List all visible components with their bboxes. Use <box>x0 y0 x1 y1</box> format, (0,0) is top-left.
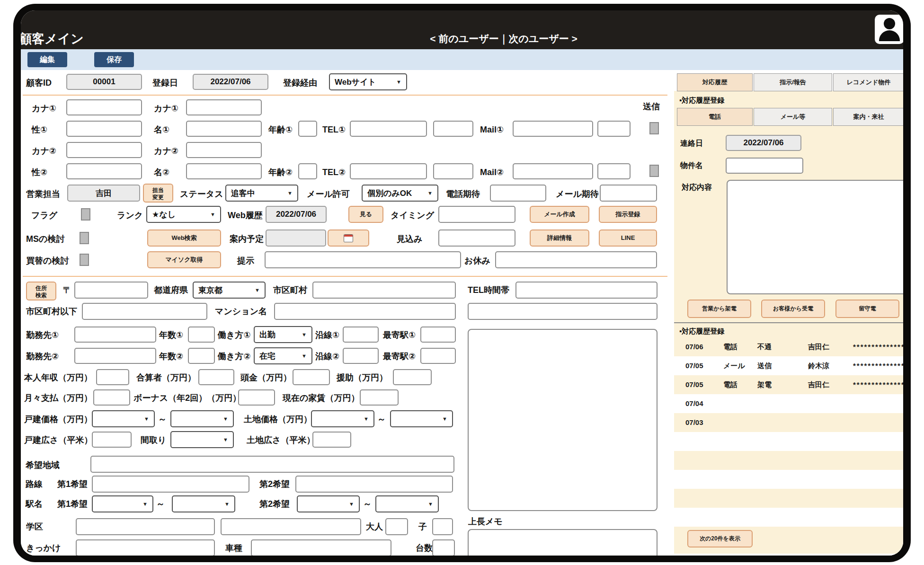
calendar-button[interactable] <box>328 230 369 247</box>
subtab-phone[interactable]: 電話 <box>677 108 753 126</box>
call-from-customer-button[interactable]: お客様から受電 <box>761 300 825 318</box>
station1-input[interactable] <box>420 327 456 343</box>
rest-input[interactable] <box>495 251 657 268</box>
deposit-input[interactable] <box>293 369 330 385</box>
mail2-input-b[interactable] <box>597 163 631 179</box>
floorplan-select[interactable]: ▼ <box>170 431 234 448</box>
prev-next-user-nav[interactable]: < 前のユーザー｜次のユーザー > <box>420 32 587 45</box>
tel1-input-b[interactable] <box>433 121 473 137</box>
voicemail-button[interactable]: 留守電 <box>835 300 899 318</box>
change-rep-button[interactable]: 担当変更 <box>143 184 173 203</box>
timing-input[interactable] <box>438 206 515 223</box>
station2-input[interactable] <box>420 348 456 364</box>
mail2-input-a[interactable] <box>513 163 593 179</box>
save-button[interactable]: 保存 <box>94 52 134 67</box>
kana2b-input[interactable] <box>186 142 262 158</box>
route-first-input[interactable] <box>92 476 249 493</box>
property-name-input[interactable] <box>726 158 803 174</box>
mail-permit-select[interactable]: 個別のみOK ▼ <box>362 185 438 202</box>
tel2-input-b[interactable] <box>433 163 473 179</box>
mail2-send-checkbox[interactable] <box>649 165 659 177</box>
mail1-input-b[interactable] <box>597 121 631 137</box>
history-row[interactable]: 07/06 電話 不通 吉田仁 ******************* <box>674 337 903 356</box>
station-first-max-select[interactable]: ▼ <box>172 495 235 512</box>
mail-expect-input[interactable] <box>600 185 657 202</box>
land-price-min-select[interactable]: ▼ <box>311 410 374 427</box>
area-input[interactable] <box>90 456 454 473</box>
units-input[interactable] <box>432 539 455 556</box>
history-row[interactable]: 07/03 <box>674 413 903 432</box>
mail1-send-checkbox[interactable] <box>649 122 659 134</box>
prospect-input[interactable] <box>438 230 515 247</box>
years1-input[interactable] <box>188 327 215 343</box>
kana1b-input[interactable] <box>186 99 262 115</box>
user-icon-button[interactable] <box>875 15 903 44</box>
tab-instruction-report[interactable]: 指示/報告 <box>754 73 832 91</box>
subtab-visit[interactable]: 案内・来社 <box>833 108 903 126</box>
kana2-input[interactable] <box>66 142 142 158</box>
reg-via-select[interactable]: Webサイト ▼ <box>329 73 407 90</box>
response-content-textarea[interactable] <box>727 180 903 294</box>
age2-input[interactable] <box>298 163 317 179</box>
rank-select[interactable]: ★なし ▼ <box>146 206 221 223</box>
work2-input[interactable] <box>74 348 156 364</box>
years2-input[interactable] <box>188 348 215 364</box>
tel1-input-a[interactable] <box>350 121 427 137</box>
city-input[interactable] <box>312 282 456 299</box>
history-row[interactable]: 07/05 メール 送信 鈴木涼 ******************* <box>674 356 903 375</box>
tel-time-input[interactable] <box>515 282 657 299</box>
style2-select[interactable]: 在宅 ▼ <box>254 347 312 364</box>
trigger-input[interactable] <box>76 539 215 556</box>
flag-checkbox[interactable] <box>81 208 90 221</box>
ms-consider-checkbox[interactable] <box>80 232 89 244</box>
customer-memo-textarea[interactable] <box>468 329 657 511</box>
station-second-max-select[interactable]: ▼ <box>375 495 439 512</box>
tel-time-note-input[interactable] <box>468 303 657 320</box>
sei2-input[interactable] <box>66 163 142 179</box>
mansion-input[interactable] <box>274 303 456 320</box>
age1-input[interactable] <box>298 121 317 137</box>
land-size-input[interactable] <box>312 432 351 448</box>
land-price-max-select[interactable]: ▼ <box>390 410 453 427</box>
school-input-a[interactable] <box>76 518 215 535</box>
mail1-input-a[interactable] <box>513 121 593 137</box>
present-input[interactable] <box>265 251 461 268</box>
history-row[interactable]: 07/04 <box>674 394 903 413</box>
adult-input[interactable] <box>385 518 408 535</box>
school-input-b[interactable] <box>221 518 361 535</box>
tel2-input-a[interactable] <box>350 163 427 179</box>
address-search-button[interactable]: 住所検索 <box>26 282 56 300</box>
route-second-input[interactable] <box>295 476 453 493</box>
kana1-input[interactable] <box>66 99 142 115</box>
aid-input[interactable] <box>393 369 432 385</box>
history-row[interactable]: 07/05 電話 架電 吉田仁 ******************* <box>674 375 903 394</box>
mei2-input[interactable] <box>186 163 262 179</box>
mail-create-button[interactable]: メール作成 <box>530 206 589 223</box>
call-from-sales-button[interactable]: 営業から架電 <box>687 300 751 318</box>
edit-button[interactable]: 編集 <box>27 52 67 67</box>
tab-response-history[interactable]: 対応履歴 <box>677 73 753 91</box>
house-price-max-select[interactable]: ▼ <box>170 410 234 427</box>
next-20-button[interactable]: 次の20件を表示 <box>687 530 753 547</box>
monthly-pay-input[interactable] <box>93 389 130 406</box>
status-select[interactable]: 追客中 ▼ <box>225 185 298 202</box>
web-search-button[interactable]: Web検索 <box>147 230 221 247</box>
rebuy-consider-checkbox[interactable] <box>80 254 89 266</box>
house-price-min-select[interactable]: ▼ <box>92 410 155 427</box>
style1-select[interactable]: 出勤 ▼ <box>254 326 312 343</box>
car-input[interactable] <box>251 539 391 556</box>
house-size-input[interactable] <box>92 432 132 448</box>
mei1-input[interactable] <box>186 121 262 137</box>
work1-input[interactable] <box>74 327 156 343</box>
station-second-min-select[interactable]: ▼ <box>297 495 360 512</box>
view-button[interactable]: 見る <box>348 206 383 223</box>
zip-input[interactable] <box>74 282 148 299</box>
station-first-min-select[interactable]: ▼ <box>92 495 153 512</box>
line2-input[interactable] <box>343 348 379 364</box>
tab-recommend-property[interactable]: レコメンド物件 <box>833 73 903 91</box>
bonus-input[interactable] <box>238 389 275 406</box>
line1-input[interactable] <box>343 327 379 343</box>
instruct-register-button[interactable]: 指示登録 <box>599 206 657 223</box>
maisoku-button[interactable]: マイソク取得 <box>147 251 221 268</box>
tel-expect-input[interactable] <box>490 185 546 202</box>
